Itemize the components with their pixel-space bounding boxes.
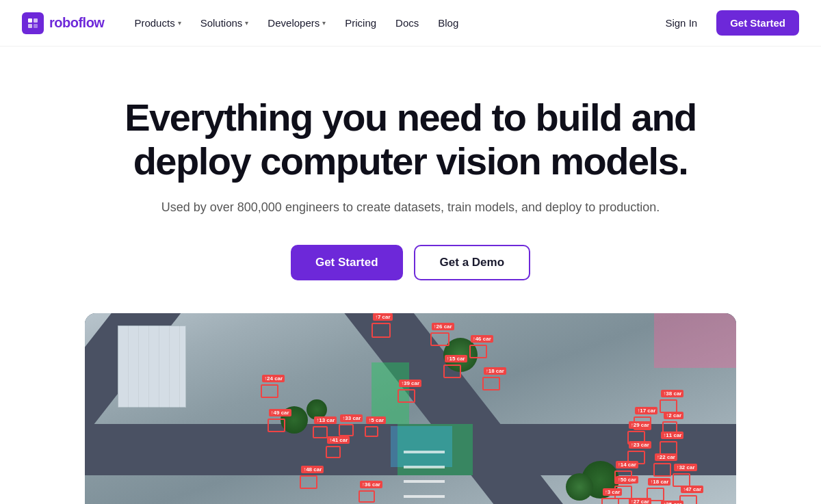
det-label-4: ↑15 car [445, 355, 467, 362]
detection-box-17: ↑38 car [660, 399, 677, 413]
chevron-down-icon: ▾ [178, 19, 181, 27]
svg-rect-3 [34, 24, 38, 28]
pink-area [654, 313, 736, 368]
nav-items: Products ▾ Solutions ▾ Developers ▾ Pric… [126, 12, 467, 34]
demo-image: ↑7 car ↑26 car ↑46 car ↑15 car ↑18 car ↑… [85, 313, 736, 504]
nav-developers[interactable]: Developers ▾ [259, 12, 334, 34]
detection-box-3: ↑46 car [469, 345, 487, 358]
detection-box-9: ↑13 car [313, 426, 328, 438]
detection-box-10: ↑33 car [339, 424, 354, 436]
nav-get-started-button[interactable]: Get Started [716, 10, 799, 36]
detection-box-25: ↑32 car [673, 473, 690, 487]
hero-subheadline: Used by over 800,000 engineers to create… [119, 198, 702, 217]
det-label-7: ↑24 car [262, 375, 285, 382]
hero-buttons: Get Started Get a Demo [119, 245, 702, 280]
hero-get-demo-button[interactable]: Get a Demo [414, 245, 530, 280]
nav-solutions[interactable]: Solutions ▾ [192, 12, 257, 34]
lane-line-1 [404, 451, 445, 453]
det-label-23: ↑22 car [655, 453, 677, 461]
hero-headline: Everything you need to build and deploy … [119, 96, 702, 184]
logo-icon [22, 12, 44, 34]
det-label-9: ↑13 car [314, 416, 337, 424]
detection-box-29: ↑3 car [601, 498, 619, 504]
nav-right: Sign In Get Started [657, 10, 799, 36]
det-label-31: ↑35 car [661, 501, 683, 504]
detection-box-5: ↑18 car [482, 377, 500, 390]
lane-line-4 [404, 495, 445, 498]
nav-docs[interactable]: Docs [387, 12, 427, 34]
navbar: roboflow Products ▾ Solutions ▾ Develope… [0, 0, 821, 47]
det-label-19: ↑2 car [664, 412, 683, 419]
detection-box-14: ↑36 car [359, 490, 375, 503]
det-label-5: ↑18 car [484, 367, 506, 375]
detection-box-12: ↑41 car [326, 446, 341, 458]
nav-left: roboflow Products ▾ Solutions ▾ Develope… [22, 12, 467, 34]
chevron-down-icon: ▾ [322, 19, 326, 27]
det-label-24: ↑14 car [616, 461, 638, 468]
det-label-29: ↑3 car [603, 488, 623, 496]
det-label-20: ↑29 car [629, 421, 651, 429]
svg-rect-0 [28, 18, 32, 23]
sign-in-button[interactable]: Sign In [657, 12, 705, 34]
detection-box-6: ↑39 car [398, 389, 415, 403]
detection-box-23: ↑22 car [653, 463, 671, 477]
detection-box-4: ↑15 car [443, 364, 461, 378]
nav-blog[interactable]: Blog [430, 12, 467, 34]
detection-box-11: ↑5 car [365, 426, 378, 437]
detection-box-2: ↑26 car [430, 332, 449, 346]
detection-box-8: ↑49 car [268, 419, 285, 432]
det-label-6: ↑39 car [399, 380, 421, 387]
nav-pricing[interactable]: Pricing [337, 12, 385, 34]
det-label-28: ↑47 car [681, 486, 703, 493]
det-label-12: ↑41 car [327, 436, 350, 444]
det-label-26: ↑50 car [616, 476, 638, 483]
det-label-30: ↑27 car [629, 498, 651, 504]
hero-get-started-button[interactable]: Get Started [291, 245, 403, 280]
det-label-8: ↑49 car [269, 409, 291, 416]
detection-box-21: ↑11 car [660, 441, 677, 455]
demo-image-wrapper: ↑7 car ↑26 car ↑46 car ↑15 car ↑18 car ↑… [68, 313, 753, 504]
logo[interactable]: roboflow [22, 12, 104, 34]
det-label-2: ↑26 car [432, 323, 454, 330]
det-label-13: ↑48 car [301, 466, 324, 473]
detection-box-1: ↑7 car [372, 323, 391, 338]
det-label-17: ↑38 car [661, 390, 683, 397]
det-label-22: ↑23 car [629, 441, 651, 449]
det-label-27: ↑18 car [648, 478, 670, 486]
lane-line-3 [404, 480, 445, 483]
chevron-down-icon: ▾ [245, 19, 248, 27]
hero-section: Everything you need to build and deploy … [103, 47, 718, 313]
tree-5 [566, 473, 593, 501]
det-label-25: ↑32 car [674, 464, 696, 471]
svg-rect-2 [28, 24, 32, 28]
logo-text: roboflow [49, 15, 104, 31]
det-label-18: ↑17 car [635, 407, 657, 414]
detection-box-13: ↑48 car [300, 475, 317, 489]
aerial-scene: ↑7 car ↑26 car ↑46 car ↑15 car ↑18 car ↑… [85, 313, 736, 504]
lane-line-2 [404, 466, 445, 468]
det-label-14: ↑36 car [360, 481, 382, 488]
det-label-10: ↑33 car [340, 414, 363, 422]
det-label-1: ↑7 car [373, 313, 393, 321]
det-label-21: ↑11 car [661, 432, 683, 439]
teal-area [391, 426, 452, 467]
det-label-11: ↑5 car [366, 416, 386, 424]
nav-products[interactable]: Products ▾ [126, 12, 189, 34]
building-1-windows [118, 326, 186, 408]
detection-box-7: ↑24 car [261, 384, 278, 398]
svg-rect-1 [34, 18, 38, 23]
det-label-3: ↑46 car [471, 335, 493, 343]
